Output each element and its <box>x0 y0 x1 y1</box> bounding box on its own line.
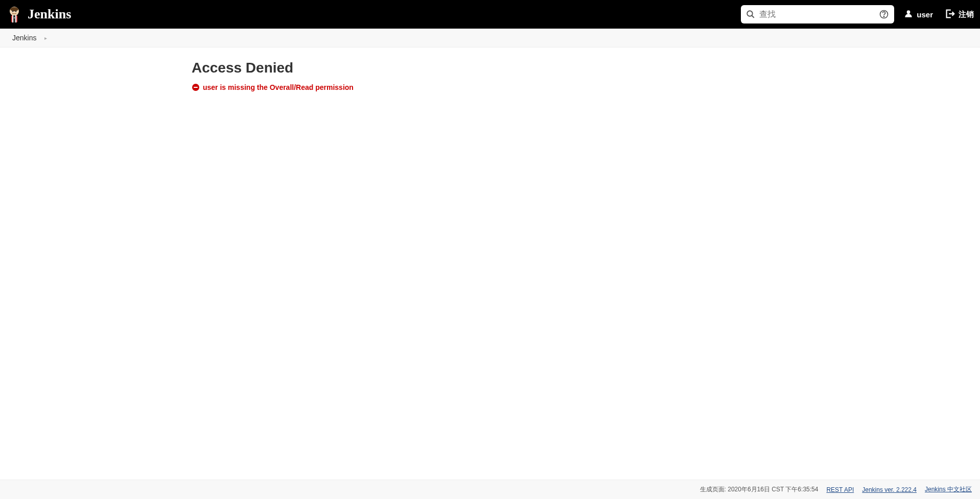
footer: 生成页面: 2020年6月16日 CST 下午6:35:54 REST API … <box>0 480 980 499</box>
footer-community-link[interactable]: Jenkins 中文社区 <box>925 485 972 494</box>
logo-text: Jenkins <box>28 7 71 22</box>
breadcrumb: Jenkins ▸ <box>0 29 980 47</box>
footer-generation: 生成页面: 2020年6月16日 CST 下午6:35:54 <box>700 485 819 494</box>
main-content: Access Denied user is missing the Overal… <box>0 47 980 480</box>
footer-rest-api-link[interactable]: REST API <box>826 486 854 493</box>
user-label: user <box>917 10 933 19</box>
error-icon <box>192 83 200 91</box>
svg-point-8 <box>748 11 753 16</box>
user-link[interactable]: user <box>903 9 933 20</box>
svg-point-12 <box>907 10 911 14</box>
svg-rect-14 <box>194 87 198 88</box>
svg-point-1 <box>10 7 18 11</box>
help-icon[interactable] <box>879 9 889 19</box>
footer-version-link[interactable]: Jenkins ver. 2.222.4 <box>862 486 917 493</box>
svg-point-3 <box>15 11 17 12</box>
logout-label: 注销 <box>959 10 974 19</box>
search-icon <box>746 10 755 19</box>
jenkins-mascot-icon <box>6 5 22 23</box>
page-title: Access Denied <box>192 60 651 76</box>
svg-point-2 <box>12 11 14 12</box>
error-text: user is missing the Overall/Read permiss… <box>203 83 354 91</box>
logout-link[interactable]: 注销 <box>944 8 974 21</box>
header: Jenkins user <box>0 0 980 29</box>
user-icon <box>903 9 914 20</box>
svg-point-11 <box>884 16 884 17</box>
svg-rect-6 <box>13 15 15 22</box>
error-message: user is missing the Overall/Read permiss… <box>192 83 651 91</box>
svg-line-9 <box>752 15 755 18</box>
svg-point-7 <box>14 17 15 18</box>
jenkins-logo[interactable]: Jenkins <box>6 5 71 23</box>
logout-icon <box>944 8 955 21</box>
breadcrumb-item-jenkins[interactable]: Jenkins <box>12 34 36 42</box>
search-input[interactable] <box>759 10 879 19</box>
chevron-right-icon: ▸ <box>44 35 47 41</box>
search-box[interactable] <box>741 5 894 23</box>
